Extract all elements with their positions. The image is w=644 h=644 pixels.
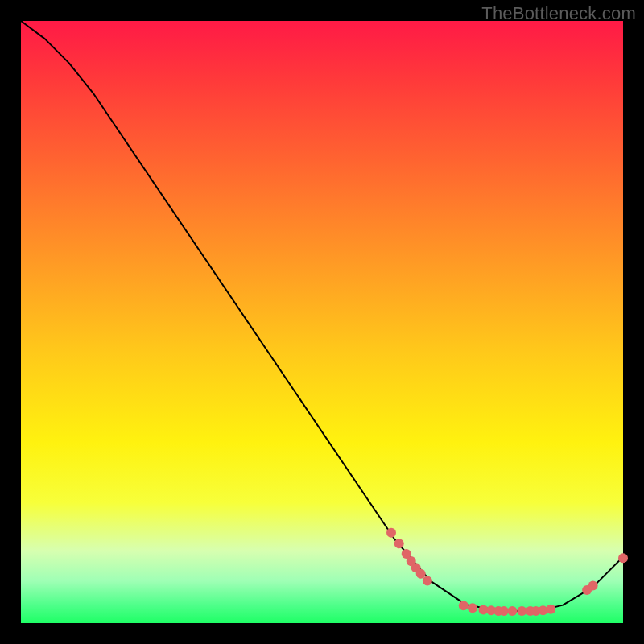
curve-line [21,21,623,611]
scatter-point [507,606,517,616]
scatter-point [386,528,396,538]
scatter-point [423,576,432,586]
chart-frame: TheBottleneck.com [0,0,644,644]
scatter-point [416,569,426,579]
plot-area [21,21,623,623]
chart-svg [21,21,623,623]
scatter-point [468,603,477,613]
scatter-group [386,528,628,616]
scatter-point [499,606,509,616]
scatter-point [618,553,628,563]
scatter-point [394,539,404,548]
scatter-point [459,601,469,610]
scatter-point [588,581,598,591]
scatter-point [517,606,526,616]
watermark-text: TheBottleneck.com [481,3,636,24]
scatter-point [546,605,555,614]
